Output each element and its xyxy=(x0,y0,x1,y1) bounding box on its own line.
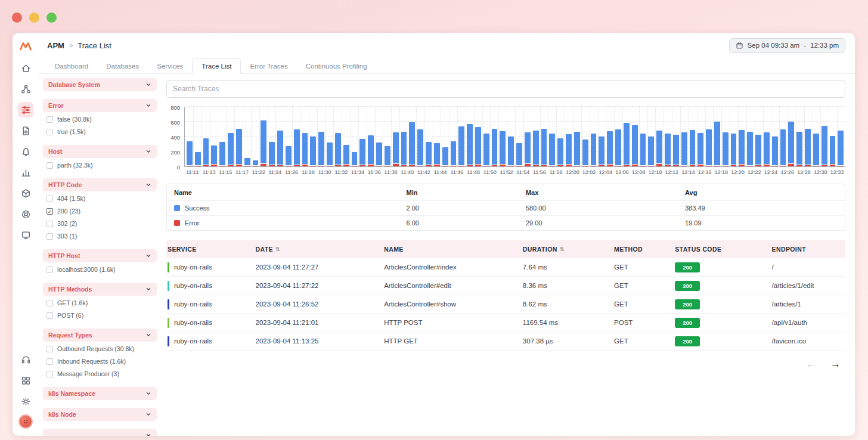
filter-option[interactable]: ✓200 (23) xyxy=(43,206,157,216)
bar-group[interactable] xyxy=(335,107,341,166)
bar-group[interactable] xyxy=(385,107,390,166)
bar-group[interactable] xyxy=(458,107,464,166)
filter-section-header[interactable] xyxy=(43,429,157,436)
zoom-window-button[interactable] xyxy=(46,13,57,23)
tab-databases[interactable]: Databases xyxy=(97,59,148,73)
bar-group[interactable] xyxy=(269,107,275,166)
close-window-button[interactable] xyxy=(12,13,22,23)
filter-section-header[interactable]: HTTP Methods xyxy=(43,283,157,296)
search-traces-input[interactable] xyxy=(166,80,845,98)
bar-group[interactable] xyxy=(417,107,423,166)
bar-group[interactable] xyxy=(376,107,382,166)
previous-page-button[interactable]: ← xyxy=(806,358,816,370)
bar-group[interactable] xyxy=(244,107,250,166)
date-range-picker[interactable]: Sep 04 09:33 am - 12:33 pm xyxy=(729,38,845,53)
bar-group[interactable] xyxy=(211,107,217,166)
bar-group[interactable] xyxy=(318,107,324,166)
filter-option[interactable]: GET (1.6k) xyxy=(43,298,157,308)
filter-checkbox[interactable] xyxy=(46,358,53,365)
bar-group[interactable] xyxy=(714,107,720,166)
bar-group[interactable] xyxy=(788,107,794,166)
bar-group[interactable] xyxy=(434,107,440,166)
bar-group[interactable] xyxy=(747,107,753,166)
bar-group[interactable] xyxy=(665,107,671,166)
filter-section-header[interactable]: HTTP Host xyxy=(43,249,157,262)
bar-group[interactable] xyxy=(327,107,333,166)
bar-group[interactable] xyxy=(591,107,597,166)
bar-group[interactable] xyxy=(451,107,457,166)
filter-section-header[interactable]: Database System xyxy=(43,78,157,91)
filter-checkbox[interactable] xyxy=(46,312,53,319)
support-headset-icon[interactable] xyxy=(18,352,33,367)
bar-group[interactable] xyxy=(731,107,737,166)
bar-group[interactable] xyxy=(492,107,498,166)
bar-group[interactable] xyxy=(294,107,300,166)
filter-option[interactable]: 303 (1) xyxy=(43,231,157,241)
bar-group[interactable] xyxy=(401,107,407,166)
bar-group[interactable] xyxy=(566,107,572,166)
filter-checkbox[interactable] xyxy=(46,267,53,273)
bar-group[interactable] xyxy=(755,107,761,166)
filter-section-header[interactable]: Host xyxy=(43,145,157,158)
bar-group[interactable] xyxy=(822,107,827,166)
filter-checkbox[interactable] xyxy=(46,221,53,227)
help-icon[interactable] xyxy=(18,206,33,222)
bar-group[interactable] xyxy=(286,107,292,166)
tab-services[interactable]: Services xyxy=(148,59,192,73)
filter-section-header[interactable]: k8s Node xyxy=(43,408,157,421)
bar-group[interactable] xyxy=(582,107,588,166)
filter-section-header[interactable]: HTTP Code xyxy=(43,178,157,191)
filter-option[interactable]: POST (6) xyxy=(43,310,157,321)
column-header-name[interactable]: NAME xyxy=(384,246,523,253)
column-header-status_code[interactable]: STATUS CODE xyxy=(675,246,771,253)
filter-section-header[interactable]: k8s Namespace xyxy=(43,387,157,400)
bar-group[interactable] xyxy=(236,107,242,166)
bar-group[interactable] xyxy=(574,107,580,166)
column-header-date[interactable]: DATE⇅ xyxy=(256,246,385,253)
bar-group[interactable] xyxy=(187,107,193,166)
tab-error-traces[interactable]: Error Traces xyxy=(241,59,296,73)
bar-group[interactable] xyxy=(508,107,514,166)
minimize-window-button[interactable] xyxy=(29,13,39,23)
sort-icon[interactable]: ⇅ xyxy=(560,246,565,252)
middleware-logo[interactable] xyxy=(19,41,32,51)
bar-group[interactable] xyxy=(541,107,547,166)
filter-option[interactable]: Inbound Requests (1.6k) xyxy=(43,356,157,367)
filter-checkbox[interactable] xyxy=(46,196,53,202)
breadcrumb-apm[interactable]: APM xyxy=(47,41,64,50)
bar-group[interactable] xyxy=(343,107,349,166)
column-header-service[interactable]: SERVICE xyxy=(168,246,256,253)
table-row[interactable]: ruby-on-rails2023-09-04 11:21:01HTTP POS… xyxy=(166,314,845,332)
bar-group[interactable] xyxy=(656,107,662,166)
bar-group[interactable] xyxy=(640,107,646,166)
filter-checkbox[interactable]: ✓ xyxy=(46,208,53,215)
bar-group[interactable] xyxy=(557,107,563,166)
bar-group[interactable] xyxy=(599,107,604,166)
filter-option[interactable]: 302 (2) xyxy=(43,218,157,229)
bar-group[interactable] xyxy=(772,107,778,166)
monitor-icon[interactable] xyxy=(18,227,33,243)
bar-group[interactable] xyxy=(813,107,819,166)
bar-group[interactable] xyxy=(352,107,358,166)
bar-group[interactable] xyxy=(516,107,522,166)
bar-group[interactable] xyxy=(261,107,266,166)
bar-group[interactable] xyxy=(409,107,415,166)
filter-checkbox[interactable] xyxy=(46,300,53,306)
bar-group[interactable] xyxy=(277,107,283,166)
bar-group[interactable] xyxy=(467,107,473,166)
bar-group[interactable] xyxy=(805,107,811,166)
bar-chart-icon[interactable] xyxy=(18,165,33,180)
organization-icon[interactable] xyxy=(18,81,33,97)
filter-checkbox[interactable] xyxy=(46,346,53,352)
table-row[interactable]: ruby-on-rails2023-09-04 11:26:52Articles… xyxy=(166,295,845,314)
filter-option[interactable]: Message Producer (3) xyxy=(43,368,157,379)
bar-group[interactable] xyxy=(483,107,489,166)
trace-list-icon[interactable] xyxy=(18,102,33,117)
bar-group[interactable] xyxy=(673,107,679,166)
bar-group[interactable] xyxy=(764,107,770,166)
filter-checkbox[interactable] xyxy=(46,233,53,240)
bar-group[interactable] xyxy=(830,107,836,166)
bar-group[interactable] xyxy=(525,107,531,166)
filter-option[interactable]: localhost:3000 (1.6k) xyxy=(43,264,157,275)
apps-grid-icon[interactable] xyxy=(18,373,33,388)
